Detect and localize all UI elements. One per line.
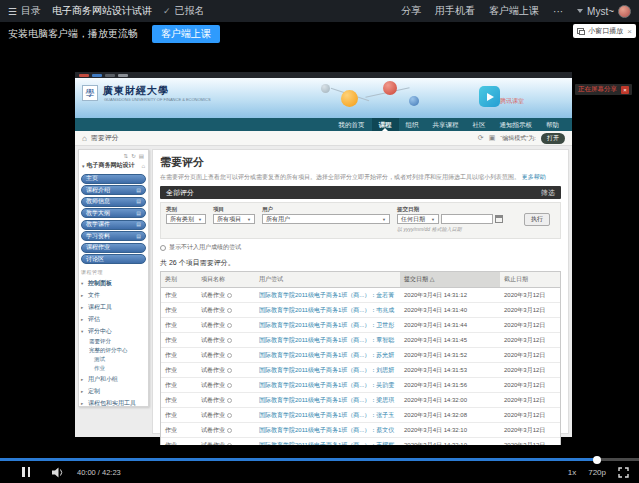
- header-item-name[interactable]: 项目名称: [197, 272, 255, 287]
- header-category[interactable]: 类别: [161, 272, 197, 287]
- date-input[interactable]: [441, 214, 493, 224]
- nav-item[interactable]: 课程: [372, 118, 399, 131]
- control-panel-label: 控制面板: [88, 279, 112, 288]
- control-panel-groups-2: ▸ 用户和小组 ▸ 定制 ▸ 课程包和实用工具 ▸: [81, 373, 146, 407]
- sidebar-tool-icon[interactable]: ⇅: [124, 153, 129, 159]
- header-date-submitted[interactable]: 提交日期 △: [400, 272, 500, 287]
- attempt-link[interactable]: 国际教育学院2011级电子商务1班（商...）：张子玉: [259, 412, 394, 418]
- grade-all-button[interactable]: 全部评分: [166, 188, 194, 198]
- sidebar-menu-label: 讨论区: [86, 255, 104, 264]
- nav-item[interactable]: 组织: [399, 118, 426, 131]
- sidebar-menu-item[interactable]: 学习资料 ▤: [81, 231, 146, 241]
- sidebar-group-item[interactable]: ▸ 课程包和实用工具: [81, 397, 146, 407]
- client-open-button[interactable]: 客户端上课: [152, 25, 220, 43]
- attempt-link[interactable]: 国际教育学院2011级电子商务1班（商...）：覃智聪: [259, 337, 394, 343]
- quality-button[interactable]: 720p: [588, 468, 606, 477]
- volume-icon[interactable]: [52, 467, 65, 478]
- sidebar-menu-item[interactable]: 主页: [81, 174, 146, 184]
- attempt-link[interactable]: 国际教育学院2011级电子商务1班（商...）：金若菁: [259, 292, 394, 298]
- go-button[interactable]: 执行: [524, 213, 550, 226]
- nav-item[interactable]: 通知指示板: [493, 118, 540, 131]
- calendar-icon[interactable]: [495, 215, 503, 223]
- sidebar-menu-item[interactable]: 教师信息 ▤: [81, 197, 146, 207]
- date-select[interactable]: 任何日期 ▼: [397, 214, 439, 224]
- date-filter-label: 提交日期: [397, 206, 503, 213]
- item-options-icon[interactable]: [227, 398, 232, 403]
- attempts-checkbox[interactable]: [160, 245, 166, 251]
- refresh-icon[interactable]: ⟳: [478, 134, 484, 142]
- nav-item[interactable]: 帮助: [539, 118, 566, 131]
- sidebar-course-header[interactable]: ▾ 电子商务网站设计 ⌂: [81, 160, 146, 172]
- watch-on-phone-button[interactable]: 用手机看: [435, 4, 475, 18]
- more-help-link[interactable]: 更多帮助: [522, 174, 546, 180]
- item-name: 试卷作业: [201, 397, 225, 403]
- stop-share-icon[interactable]: ×: [621, 86, 629, 94]
- share-button[interactable]: 分享: [401, 4, 421, 18]
- home-icon[interactable]: ⌂: [82, 134, 87, 143]
- sidebar-menu-item[interactable]: 课程作业: [81, 243, 146, 253]
- edit-mode-toggle[interactable]: 打开: [541, 133, 565, 144]
- item-options-icon[interactable]: [227, 428, 232, 433]
- filter-button[interactable]: 筛选: [541, 188, 555, 198]
- attempt-link[interactable]: 国际教育学院2011级电子商务1班（商...）：梁思琪: [259, 397, 394, 403]
- time-display: 40:00 / 42:23: [77, 468, 121, 477]
- cell-item: 试卷作业: [197, 408, 255, 422]
- item-options-icon[interactable]: [227, 413, 232, 418]
- pip-label[interactable]: 小窗口播放: [588, 26, 623, 36]
- category-select[interactable]: 所有类别 ▼: [166, 214, 206, 224]
- item-options-icon[interactable]: [227, 368, 232, 373]
- sidebar-group-item[interactable]: ▾ 评分中心: [81, 325, 146, 337]
- sidebar-group-item[interactable]: ▸ 用户和小组: [81, 373, 146, 385]
- sidebar-tool-icon[interactable]: ▤: [139, 153, 144, 159]
- control-panel-toggle[interactable]: ▾ 控制面板: [81, 277, 146, 289]
- attempt-link[interactable]: 国际教育学院2011级电子商务1班（商...）：蔡文仪: [259, 427, 394, 433]
- cell-due: 2020年3月12日: [500, 303, 560, 317]
- sidebar-menu-item[interactable]: 教学大纲 ▤: [81, 208, 146, 218]
- grade-center-sub-link[interactable]: 测试: [81, 355, 146, 364]
- cell-submitted: 2020年3月4日 14:31:44: [400, 318, 500, 332]
- nav-item[interactable]: 我的首页: [332, 118, 372, 131]
- sidebar-group-item[interactable]: ▸ 文件: [81, 289, 146, 301]
- university-name: 廣東財經大學: [103, 84, 169, 98]
- sidebar-menu-item[interactable]: 教学课件 ▤: [81, 220, 146, 230]
- attempt-link[interactable]: 国际教育学院2011级电子商务1班（商...）：韦兆成: [259, 307, 394, 313]
- user-menu[interactable]: Myst~: [577, 5, 631, 18]
- nav-item[interactable]: 共享课程: [426, 118, 466, 131]
- item-options-icon[interactable]: [227, 308, 232, 313]
- item-options-icon[interactable]: [227, 353, 232, 358]
- sidebar-menu-item[interactable]: 讨论区: [81, 254, 146, 264]
- client-class-button[interactable]: 客户端上课: [489, 4, 539, 18]
- sidebar-tool-icon[interactable]: ↻: [131, 153, 136, 159]
- item-options-icon[interactable]: [227, 338, 232, 343]
- sidebar-group-item[interactable]: ▸ 评估: [81, 313, 146, 325]
- more-menu-button[interactable]: ···: [553, 6, 563, 17]
- attempt-link[interactable]: 国际教育学院2011级电子商务1班（商...）：卫世彤: [259, 322, 394, 328]
- pip-close-icon[interactable]: ×: [627, 27, 632, 36]
- grade-center-link[interactable]: 需要评分: [81, 337, 146, 346]
- header-user-attempt[interactable]: 用户尝试: [255, 272, 400, 287]
- playback-speed-button[interactable]: 1x: [568, 468, 576, 477]
- attempt-link[interactable]: 国际教育学院2011级电子商务1班（商...）：吴韵雯: [259, 382, 394, 388]
- pause-button[interactable]: [22, 467, 30, 477]
- sidebar-group-item[interactable]: ▸ 课程工具: [81, 301, 146, 313]
- item-options-icon[interactable]: [227, 323, 232, 328]
- toc-button[interactable]: ☰ 目录: [8, 4, 41, 18]
- table-row: 作业 试卷作业 国际教育学院2011级电子商务1班（商...）：卫世彤 2020…: [161, 318, 560, 333]
- header-due-date[interactable]: 截止日期: [500, 272, 560, 287]
- item-options-icon[interactable]: [227, 383, 232, 388]
- fullscreen-icon[interactable]: [618, 467, 629, 478]
- student-preview-icon[interactable]: ▣: [489, 134, 496, 142]
- grade-center-link[interactable]: 完整的评分中心: [81, 346, 146, 355]
- nav-item[interactable]: 社区: [466, 118, 493, 131]
- grade-center-sub-link[interactable]: 作业: [81, 364, 146, 373]
- cell-category: 作业: [161, 348, 197, 362]
- molecule-atom: [383, 81, 397, 95]
- attempt-link[interactable]: 国际教育学院2011级电子商务1班（商...）：苏光妍: [259, 352, 394, 358]
- item-select[interactable]: 所有项目 ▼: [213, 214, 255, 224]
- item-options-icon[interactable]: [227, 293, 232, 298]
- sidebar-menu-item[interactable]: 课程介绍 ▤: [81, 185, 146, 195]
- sidebar-group-item[interactable]: ▸ 定制: [81, 385, 146, 397]
- attempt-link[interactable]: 国际教育学院2011级电子商务1班（商...）：刘思妍: [259, 367, 394, 373]
- video-frame[interactable]: 學 廣東財經大學 GUANGDONG UNIVERSITY OF FINANCE…: [0, 46, 639, 445]
- user-select[interactable]: 所有用户 ▼: [262, 214, 390, 224]
